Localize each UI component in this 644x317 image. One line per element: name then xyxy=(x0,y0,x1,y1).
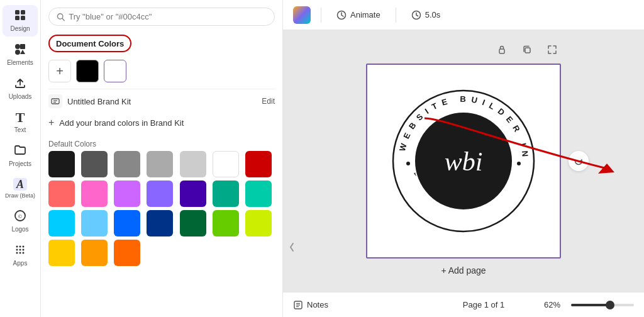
design-icon xyxy=(14,9,26,23)
sidebar-item-projects[interactable]: Projects xyxy=(3,140,38,172)
color-swatch-ccee00[interactable] xyxy=(245,210,272,236)
add-brand-colors-button[interactable]: + Add your brand colors in Brand Kit xyxy=(48,116,275,130)
color-swatch-cccccc[interactable] xyxy=(180,151,206,177)
color-swatch-00aa88[interactable] xyxy=(213,181,239,207)
black-swatch[interactable] xyxy=(76,60,99,82)
gradient-color-icon[interactable] xyxy=(293,6,311,24)
expand-button[interactable] xyxy=(543,41,561,58)
duration-label: 5.0s xyxy=(425,10,441,19)
zoom-percentage: 62% xyxy=(544,300,566,309)
uploads-icon xyxy=(14,77,26,91)
svg-rect-21 xyxy=(52,99,59,104)
color-swatch-cc66ff[interactable] xyxy=(114,181,140,207)
sidebar-item-design[interactable]: Design xyxy=(3,5,38,36)
notes-label: Notes xyxy=(307,300,328,309)
default-colors-grid xyxy=(48,151,275,266)
zoom-slider[interactable] xyxy=(571,304,634,306)
scroll-left-arrow[interactable] xyxy=(288,242,296,254)
brand-kit-row: Untitled Brand Kit Edit xyxy=(48,89,275,109)
svg-rect-27 xyxy=(525,48,530,53)
brand-kit-icon xyxy=(48,94,62,108)
page-info: Page 1 of 1 xyxy=(463,300,505,309)
design-canvas[interactable]: WEBSITE BUILDER INSIDER BEST WEBSITE BUI… xyxy=(366,64,561,259)
sidebar-item-draw[interactable]: A Draw (Beta) xyxy=(3,174,38,203)
color-swatch-00ccff[interactable] xyxy=(48,210,75,236)
svg-point-15 xyxy=(23,248,25,250)
add-brand-plus-icon: + xyxy=(48,117,54,128)
sidebar-label-projects: Projects xyxy=(9,160,31,168)
canvas-area: Animate 5.0s xyxy=(283,0,644,317)
svg-point-18 xyxy=(23,252,25,253)
draw-icon: A xyxy=(13,178,27,191)
refresh-button[interactable] xyxy=(569,151,589,171)
duration-button[interactable]: 5.0s xyxy=(406,8,446,23)
color-swatch-ff6666[interactable] xyxy=(48,181,75,207)
sidebar-label-text: Text xyxy=(14,126,26,134)
color-swatch-003388[interactable] xyxy=(147,210,173,236)
color-panel: Document Colors + Untitled Brand Kit Edi… xyxy=(41,0,283,317)
sidebar-label-draw: Draw (Beta) xyxy=(5,192,35,199)
sidebar-item-elements[interactable]: Elements xyxy=(3,39,38,70)
color-swatch-ff9900[interactable] xyxy=(81,240,108,266)
svg-line-20 xyxy=(62,18,64,20)
sidebar-label-logos: Logos xyxy=(11,226,28,233)
color-swatch-0066ff[interactable] xyxy=(114,210,140,236)
notes-button[interactable]: Notes xyxy=(293,300,328,310)
color-swatch-aaaaaa[interactable] xyxy=(147,151,173,177)
text-icon: T xyxy=(16,111,25,125)
toolbar-divider-1 xyxy=(321,8,321,23)
sidebar-item-apps[interactable]: Apps xyxy=(3,240,38,271)
duplicate-button[interactable] xyxy=(518,41,536,58)
animate-label: Animate xyxy=(350,10,380,19)
sidebar-label-uploads: Uploads xyxy=(9,93,32,101)
color-swatch-66cc00[interactable] xyxy=(213,210,239,236)
white-swatch[interactable] xyxy=(104,60,126,82)
color-swatch-888888[interactable] xyxy=(114,151,140,177)
color-swatch-1a1a1a[interactable] xyxy=(48,151,75,177)
sidebar-item-logos[interactable]: © Logos xyxy=(3,206,38,237)
document-colors-section: Document Colors xyxy=(48,35,275,52)
add-page-button[interactable]: + Add page xyxy=(363,259,564,282)
color-search-bar[interactable] xyxy=(48,8,275,26)
sidebar-item-uploads[interactable]: Uploads xyxy=(3,73,38,104)
lock-button[interactable] xyxy=(493,41,511,58)
add-color-swatch[interactable]: + xyxy=(48,60,71,82)
canvas-actions xyxy=(493,41,561,58)
color-swatch-cc0000[interactable] xyxy=(245,151,272,177)
zoom-controls: 62% xyxy=(544,300,634,309)
edit-brand-kit-button[interactable]: Edit xyxy=(262,97,275,106)
color-swatch-ff6600[interactable] xyxy=(114,240,140,266)
default-colors-title: Default Colors xyxy=(48,140,275,148)
svg-rect-5 xyxy=(20,44,25,49)
svg-point-31 xyxy=(406,162,410,165)
animate-button[interactable]: Animate xyxy=(331,8,386,23)
svg-rect-2 xyxy=(15,16,19,20)
svg-point-16 xyxy=(16,252,18,253)
color-swatch-00ccaa[interactable] xyxy=(245,181,272,207)
sidebar-label-apps: Apps xyxy=(13,260,28,267)
color-swatch-555555[interactable] xyxy=(81,151,108,177)
canvas-main: WEBSITE BUILDER INSIDER BEST WEBSITE BUI… xyxy=(283,30,644,292)
color-swatch-ffcc00[interactable] xyxy=(48,240,75,266)
color-swatch-4400aa[interactable] xyxy=(180,181,206,207)
elements-icon xyxy=(14,43,26,57)
svg-point-4 xyxy=(15,44,20,49)
brand-kit-left: Untitled Brand Kit xyxy=(48,94,131,108)
color-swatch-ffffff[interactable] xyxy=(213,151,239,177)
color-swatch-ff66cc[interactable] xyxy=(81,181,108,207)
svg-point-10 xyxy=(16,245,18,247)
svg-point-32 xyxy=(517,162,521,165)
color-swatch-006633[interactable] xyxy=(180,210,206,236)
svg-rect-26 xyxy=(499,49,504,53)
toolbar-divider-2 xyxy=(396,8,396,23)
projects-icon xyxy=(14,144,26,158)
sidebar-item-text[interactable]: T Text xyxy=(3,107,38,138)
color-swatch-8866ff[interactable] xyxy=(147,181,173,207)
svg-point-17 xyxy=(19,252,21,253)
notes-icon xyxy=(293,300,303,310)
zoom-slider-thumb xyxy=(606,301,614,309)
zoom-slider-fill xyxy=(571,304,610,306)
color-swatch-66ccff[interactable] xyxy=(81,210,108,236)
document-colors-title: Document Colors xyxy=(56,39,124,48)
color-search-input[interactable] xyxy=(69,12,267,21)
